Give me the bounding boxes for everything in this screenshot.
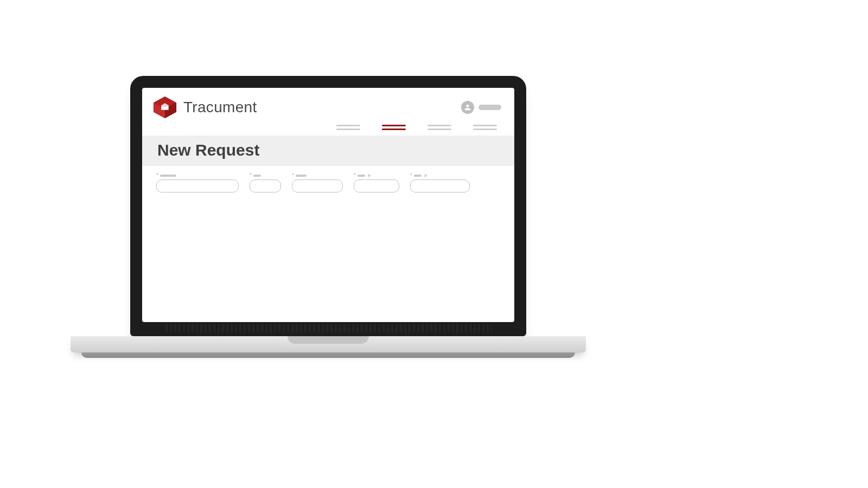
brand-logo-icon bbox=[152, 95, 178, 119]
account-menu[interactable] bbox=[461, 101, 501, 114]
field-label: * bbox=[250, 174, 281, 178]
required-star-icon: * bbox=[354, 174, 356, 178]
form-input-2[interactable] bbox=[250, 179, 281, 192]
laptop-base bbox=[71, 336, 586, 358]
label-placeholder bbox=[160, 175, 176, 177]
nav-line bbox=[473, 129, 497, 130]
field-label: * bbox=[292, 174, 343, 178]
form-field-3: * bbox=[292, 174, 343, 192]
label-suffix: # bbox=[368, 173, 371, 178]
field-label: * bbox=[156, 174, 239, 178]
nav-line bbox=[427, 129, 451, 130]
brand-name: Tracument bbox=[183, 99, 257, 116]
form-field-5: * # bbox=[410, 174, 470, 192]
page-title: New Request bbox=[157, 141, 499, 159]
laptop-screen: Tracument bbox=[142, 88, 514, 322]
laptop-lid: Tracument bbox=[130, 76, 526, 336]
label-placeholder bbox=[414, 175, 422, 177]
form-input-3[interactable] bbox=[292, 179, 343, 192]
account-name-placeholder bbox=[478, 105, 501, 110]
nav-line bbox=[336, 125, 360, 126]
laptop-base-top bbox=[71, 336, 586, 352]
form-field-2: * bbox=[250, 174, 281, 192]
nav-line bbox=[336, 129, 360, 130]
topbar: Tracument bbox=[142, 88, 514, 121]
laptop-mockup: Tracument bbox=[130, 76, 526, 358]
form-input-4[interactable] bbox=[354, 179, 399, 192]
keyboard-decor bbox=[165, 324, 492, 333]
required-star-icon: * bbox=[292, 174, 294, 178]
nav-item-1[interactable] bbox=[336, 125, 360, 130]
label-placeholder bbox=[296, 175, 307, 177]
nav-line bbox=[382, 125, 406, 126]
field-label: * # bbox=[410, 174, 470, 178]
label-suffix: # bbox=[424, 173, 427, 178]
form-input-5[interactable] bbox=[410, 179, 470, 192]
nav-item-4[interactable] bbox=[473, 125, 497, 130]
nav-line bbox=[473, 125, 497, 126]
field-label: * # bbox=[354, 174, 399, 178]
laptop-notch bbox=[288, 336, 369, 344]
nav-line bbox=[382, 129, 406, 130]
laptop-base-bottom bbox=[81, 352, 575, 358]
nav-line bbox=[427, 125, 451, 126]
form-field-1: * bbox=[156, 174, 239, 192]
required-star-icon: * bbox=[156, 174, 158, 178]
brand[interactable]: Tracument bbox=[152, 95, 257, 119]
app-root: Tracument bbox=[142, 88, 514, 322]
page-title-band: New Request bbox=[142, 136, 514, 166]
nav-item-3[interactable] bbox=[427, 125, 451, 130]
label-placeholder bbox=[358, 175, 365, 177]
new-request-form: * * * bbox=[142, 166, 514, 200]
navbar bbox=[142, 121, 514, 136]
user-avatar-icon bbox=[461, 101, 474, 114]
required-star-icon: * bbox=[410, 174, 412, 178]
form-field-4: * # bbox=[354, 174, 399, 192]
form-input-1[interactable] bbox=[156, 179, 239, 192]
required-star-icon: * bbox=[250, 174, 252, 178]
nav-item-2[interactable] bbox=[382, 125, 406, 130]
label-placeholder bbox=[253, 175, 261, 177]
